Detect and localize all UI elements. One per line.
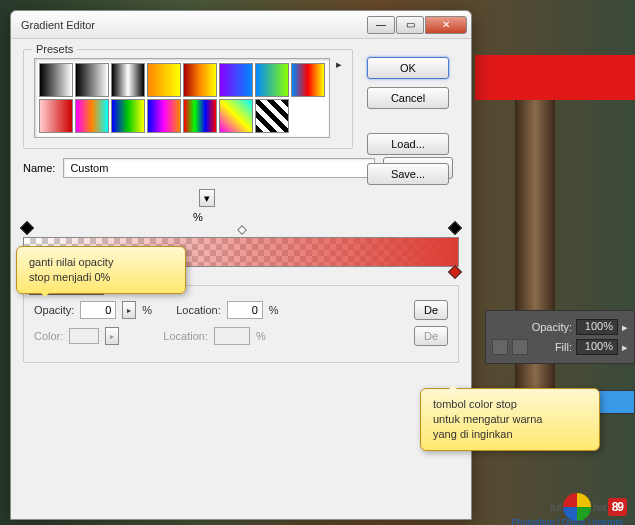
preset-swatch[interactable] [111,63,145,97]
name-label: Name: [23,162,55,174]
watermark-sub: Photoshop | Office | Internet [511,517,623,525]
lock-icon[interactable] [492,339,508,355]
close-button[interactable]: ✕ [425,16,467,34]
cancel-button[interactable]: Cancel [367,87,449,109]
maximize-button[interactable]: ▭ [396,16,424,34]
window-title: Gradient Editor [21,19,367,31]
preset-swatch[interactable] [219,63,253,97]
preset-grid [34,58,330,138]
smoothness-row: % [23,211,459,223]
preset-swatch[interactable] [255,63,289,97]
save-button[interactable]: Save... [367,163,449,185]
location-label: Location: [176,304,221,316]
preset-swatch[interactable] [39,99,73,133]
color-dropdown: ▸ [105,327,119,345]
panel-fill-value[interactable]: 100% [576,339,618,355]
presets-label: Presets [32,43,77,55]
preset-swatch[interactable] [291,63,325,97]
opacity-stop-left[interactable] [21,223,33,237]
preset-swatch[interactable] [39,63,73,97]
preset-swatch[interactable] [111,99,145,133]
load-button[interactable]: Load... [367,133,449,155]
titlebar[interactable]: Gradient Editor — ▭ ✕ [11,11,471,39]
color-label: Color: [34,330,63,342]
callout-opacity: ganti nilai opacity stop menjadi 0% [16,246,186,294]
lock-pixels-icon[interactable] [512,339,528,355]
location2-input [214,327,250,345]
location-input[interactable] [227,301,263,319]
chevron-icon[interactable]: ▸ [622,321,628,334]
opacity-stop-right[interactable] [449,223,461,237]
delete-opacity-stop-button[interactable]: De [414,300,448,320]
layers-panel: Opacity: 100% ▸ Fill: 100% ▸ [485,310,635,364]
panel-opacity-value[interactable]: 100% [576,319,618,335]
preset-menu-icon[interactable]: ▸ [336,58,342,71]
opacity-label: Opacity: [34,304,74,316]
opacity-spinner[interactable]: ▸ [122,301,136,319]
preset-swatch[interactable] [183,99,217,133]
minimize-button[interactable]: — [367,16,395,34]
midpoint-icon[interactable] [237,225,247,235]
presets-fieldset: Presets ▸ [23,49,353,149]
preset-swatch[interactable] [75,63,109,97]
type-dropdown[interactable]: ▾ [199,189,215,207]
preset-swatch[interactable] [255,99,289,133]
preset-swatch[interactable] [147,63,181,97]
callout-color-stop: tombol color stop untuk mengatur warna y… [420,388,600,451]
delete-color-stop-button: De [414,326,448,346]
ok-button[interactable]: OK [367,57,449,79]
preset-swatch[interactable] [75,99,109,133]
location2-label: Location: [163,330,208,342]
opacity-input[interactable] [80,301,116,319]
color-swatch [69,328,99,344]
color-stop-right[interactable] [449,267,461,281]
name-input[interactable] [63,158,375,178]
preset-swatch[interactable] [219,99,253,133]
preset-swatch[interactable] [147,99,181,133]
chevron-icon[interactable]: ▸ [622,341,628,354]
preset-swatch[interactable] [183,63,217,97]
stops-fieldset: Stops Opacity: ▸ % Location: % De Color:… [23,285,459,363]
